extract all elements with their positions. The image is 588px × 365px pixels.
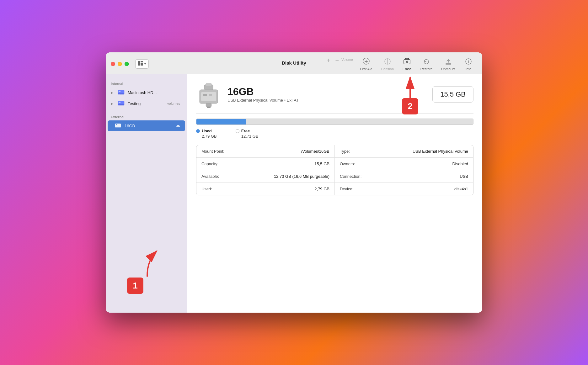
restore-icon (422, 57, 431, 66)
storage-bar (196, 119, 473, 125)
plus-icon: + (327, 57, 330, 63)
svg-rect-13 (119, 94, 120, 94)
unmount-button[interactable]: Unmount (437, 56, 460, 72)
disk-size-badge: 15,5 GB (432, 86, 473, 103)
partition-icon (383, 57, 392, 66)
external-section-label: External (106, 113, 187, 120)
restore-button[interactable]: Restore (416, 56, 437, 72)
svg-rect-12 (118, 93, 124, 94)
toolbar-actions: + − Volume First Aid (324, 56, 477, 72)
capacity-key: Capacity: (201, 161, 218, 166)
add-volume-button[interactable]: + (324, 56, 333, 65)
svg-rect-25 (209, 94, 212, 96)
used-label: Used (202, 129, 212, 133)
svg-rect-26 (206, 103, 211, 107)
owners-key: Owners: (340, 161, 355, 166)
sidebar-item-testing[interactable]: ▶ Testing volumes (108, 98, 185, 109)
device-value: disk4s1 (454, 187, 468, 191)
partition-label: Partition (381, 67, 394, 71)
eject-icon[interactable]: ⏏ (176, 123, 180, 128)
svg-rect-24 (203, 94, 207, 96)
connection-key: Connection: (340, 174, 361, 179)
remove-volume-button[interactable]: − (333, 56, 342, 65)
app-window: ▾ Disk Utility + − Volume (106, 52, 482, 313)
owners-cell: Owners: Disabled (335, 158, 473, 170)
view-chevron-icon: ▾ (144, 62, 146, 66)
info-table: Mount Point: /Volumes/16GB Type: USB Ext… (196, 145, 473, 195)
testing-label: Testing (128, 101, 164, 106)
expand-chevron-icon: ▶ (111, 91, 115, 94)
owners-value: Disabled (452, 161, 468, 166)
storage-bar-wrap: Used 2,79 GB Free 12,71 GB (196, 119, 473, 139)
type-cell: Type: USB External Physical Volume (335, 145, 473, 157)
svg-rect-27 (207, 107, 211, 108)
svg-rect-16 (118, 104, 124, 105)
disk-header: 16GB USB External Physical Volume • ExFA… (196, 82, 473, 107)
connection-value: USB (460, 174, 468, 179)
svg-rect-17 (119, 105, 120, 105)
free-label: Free (241, 129, 250, 133)
svg-point-8 (468, 60, 469, 61)
capacity-cell: Capacity: 15,5 GB (196, 158, 335, 170)
info-button[interactable]: Info (460, 56, 477, 72)
volume-label: Volume (341, 58, 353, 61)
used-value: 2,79 GB (196, 134, 217, 139)
disk-image (196, 82, 221, 107)
storage-legend: Used 2,79 GB Free 12,71 GB (196, 129, 473, 139)
header-divider (196, 113, 473, 114)
table-row: Used: 2,79 GB Device: disk4s1 (196, 183, 473, 195)
erase-label: Erase (403, 67, 412, 71)
mount-point-value: /Volumes/16GB (301, 149, 329, 154)
used-key: Used: (201, 187, 212, 191)
unmount-label: Unmount (441, 67, 455, 71)
view-icon (138, 61, 143, 67)
connection-cell: Connection: USB (335, 170, 473, 182)
unmount-icon (444, 57, 453, 66)
table-row: Capacity: 15,5 GB Owners: Disabled (196, 158, 473, 170)
available-key: Available: (201, 174, 219, 179)
macintosh-hd-label: Macintosh HD... (128, 90, 180, 95)
volumes-badge: volumes (167, 102, 180, 105)
minimize-button[interactable] (118, 62, 122, 66)
svg-rect-23 (201, 92, 216, 101)
16gb-label: 16GB (125, 124, 173, 128)
sidebar-item-16gb[interactable]: 16GB ⏏ (108, 120, 185, 131)
used-legend: Used 2,79 GB (196, 129, 217, 139)
detail-pane: 16GB USB External Physical Volume • ExFA… (187, 74, 482, 313)
available-value: 12,73 GB (16,6 MB purgeable) (274, 174, 329, 179)
volume-group: + − Volume (324, 56, 353, 65)
svg-rect-20 (115, 127, 121, 128)
svg-rect-1 (141, 61, 143, 62)
partition-button[interactable]: Partition (377, 56, 398, 72)
sidebar: Internal ▶ Macintosh HD... ▶ (106, 74, 187, 313)
view-button[interactable]: ▾ (135, 59, 149, 69)
erase-icon (403, 57, 411, 66)
free-value: 12,71 GB (236, 134, 259, 139)
maximize-button[interactable] (125, 62, 129, 66)
restore-label: Restore (420, 67, 433, 71)
close-button[interactable] (111, 62, 115, 66)
info-label: Info (466, 67, 471, 71)
16gb-icon (115, 122, 121, 129)
erase-button[interactable]: Erase (398, 56, 416, 72)
macintosh-hd-icon (118, 89, 125, 96)
table-row: Mount Point: /Volumes/16GB Type: USB Ext… (196, 145, 473, 158)
available-cell: Available: 12,73 GB (16,6 MB purgeable) (196, 170, 335, 182)
free-legend: Free 12,71 GB (236, 129, 259, 139)
sidebar-item-macintosh-hd[interactable]: ▶ Macintosh HD... (108, 87, 185, 98)
device-cell: Device: disk4s1 (335, 183, 473, 195)
svg-rect-2 (141, 63, 143, 64)
first-aid-button[interactable]: First Aid (355, 56, 377, 72)
disk-subtitle: USB External Physical Volume • ExFAT (227, 98, 426, 103)
expand-chevron-icon-2: ▶ (111, 102, 115, 105)
minus-icon: − (335, 57, 339, 63)
used-cell: Used: 2,79 GB (196, 183, 335, 195)
window-title: Disk Utility (282, 60, 306, 66)
mount-point-cell: Mount Point: /Volumes/16GB (196, 145, 335, 157)
device-key: Device: (340, 187, 353, 191)
traffic-lights (111, 62, 129, 66)
main-content: Internal ▶ Macintosh HD... ▶ (106, 74, 482, 313)
table-row: Available: 12,73 GB (16,6 MB purgeable) … (196, 170, 473, 183)
first-aid-icon (362, 57, 371, 66)
free-dot (236, 129, 239, 133)
